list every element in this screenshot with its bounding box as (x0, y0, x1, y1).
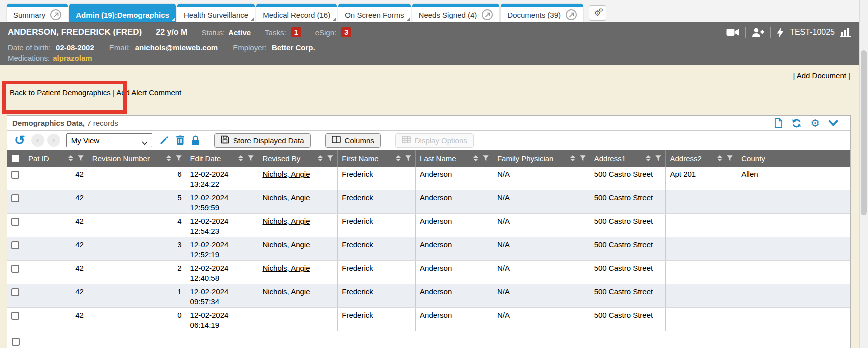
column-header-revised-by[interactable]: Revised By (258, 150, 338, 167)
lightning-icon[interactable] (777, 27, 784, 38)
cell-last-name: Anderson (416, 308, 493, 331)
medications-label: Medications: (8, 54, 50, 62)
column-header-first-name[interactable]: First Name (338, 150, 416, 167)
app-window: SummaryAdmin (19):DemographicsHealth Sur… (0, 0, 868, 348)
column-header-pat-id[interactable]: Pat ID (24, 150, 88, 167)
columns-button[interactable]: Columns (326, 133, 381, 148)
edit-view-pencil-icon[interactable] (160, 135, 170, 145)
cell-last-name: Anderson (416, 284, 493, 307)
scrollbar-thumb[interactable] (861, 50, 867, 215)
filter-icon[interactable] (248, 155, 254, 161)
column-header-revision[interactable]: Revision Number (88, 150, 186, 167)
gears-icon-small: ⚙ (599, 8, 604, 13)
column-header-county[interactable]: County (737, 150, 850, 167)
revised-by-link[interactable]: Nichols, Angie (262, 240, 310, 249)
video-call-icon[interactable] (726, 28, 740, 36)
tab-admin-demographics[interactable]: Admin (19):Demographics (70, 4, 176, 22)
row-checkbox[interactable] (12, 288, 20, 296)
revised-by-link[interactable]: Nichols, Angie (262, 193, 310, 202)
filter-icon[interactable] (727, 155, 733, 161)
esign-badge[interactable]: 3 (342, 27, 352, 37)
cell-select (8, 167, 24, 190)
tasks-label: Tasks: (265, 28, 286, 37)
sort-icon[interactable] (166, 155, 172, 161)
refresh-icon[interactable] (792, 118, 802, 128)
lock-view-icon[interactable] (192, 135, 200, 145)
revised-by-link[interactable]: Nichols, Angie (262, 264, 310, 272)
row-checkbox[interactable] (12, 241, 20, 249)
columns-icon (332, 136, 341, 145)
store-displayed-data-button[interactable]: Store Displayed Data (214, 133, 311, 148)
column-header-last-name[interactable]: Last Name (416, 150, 493, 167)
gear-icon[interactable]: ⚙ (810, 118, 820, 128)
tab-on-screen-forms[interactable]: On Screen Forms (338, 4, 410, 22)
filter-icon[interactable] (483, 155, 489, 161)
filter-icon[interactable] (580, 155, 586, 161)
delete-view-trash-icon[interactable] (176, 135, 185, 145)
cell-address2 (666, 308, 737, 331)
tab-summary[interactable]: Summary (7, 4, 68, 22)
vertical-scrollbar[interactable] (860, 0, 868, 348)
display-options-button: Display Options (396, 133, 474, 148)
row-checkbox[interactable] (12, 194, 20, 202)
sort-icon[interactable] (474, 155, 478, 161)
cell-edit-date: 12-02-202412:54:23 (186, 214, 258, 237)
external-link-icon[interactable] (566, 9, 577, 20)
table-header: Pat IDRevision NumberEdit DateRevised By… (8, 150, 850, 167)
cell-family-physician: N/A (493, 190, 590, 213)
next-page-button[interactable]: › (48, 134, 60, 147)
external-link-icon[interactable] (482, 9, 493, 20)
sort-icon[interactable] (318, 155, 323, 161)
external-link-icon[interactable] (50, 9, 62, 20)
add-document-line: | Add Document | (793, 71, 850, 80)
new-document-icon[interactable] (774, 118, 783, 128)
row-checkbox[interactable] (12, 171, 20, 179)
row-checkbox[interactable] (12, 218, 20, 226)
add-person-icon[interactable] (752, 28, 764, 37)
revised-by-link[interactable]: Nichols, Angie (262, 287, 310, 296)
filter-icon[interactable] (78, 155, 84, 161)
filter-icon[interactable] (176, 155, 182, 161)
add-document-link[interactable]: Add Document (797, 71, 846, 80)
column-header-family-physician[interactable]: Family Physician (493, 150, 590, 167)
sort-icon[interactable] (396, 155, 401, 161)
sort-icon[interactable] (646, 155, 651, 161)
sort-icon[interactable] (570, 155, 576, 161)
row-checkbox[interactable] (12, 265, 20, 273)
store-displayed-data-label: Store Displayed Data (234, 136, 304, 145)
cell-family-physician: N/A (493, 214, 590, 237)
prev-page-button[interactable]: ‹ (32, 134, 44, 147)
chart-icon[interactable] (840, 27, 852, 37)
sort-icon[interactable] (718, 155, 722, 161)
annotation-box (2, 81, 127, 114)
collapse-chevron-icon[interactable] (828, 120, 838, 127)
tasks-badge[interactable]: 1 (292, 27, 302, 37)
tab-health-surveillance[interactable]: Health Surveillance (178, 4, 255, 22)
column-header-edit-date[interactable]: Edit Date (186, 150, 258, 167)
row-checkbox[interactable] (12, 338, 20, 346)
column-header-address2[interactable]: Address2 (666, 150, 737, 167)
table-row: 42112-02-202409:57:34Nichols, AngieFrede… (8, 284, 850, 308)
filter-icon[interactable] (328, 155, 334, 161)
filter-icon[interactable] (406, 155, 412, 161)
column-header-address1[interactable]: Address1 (590, 150, 666, 167)
revised-by-link[interactable]: Nichols, Angie (262, 170, 310, 178)
sort-icon[interactable] (238, 155, 244, 161)
medications-value[interactable]: alprazolam (53, 54, 92, 62)
table-row: 42612-02-202413:24:22Nichols, AngieFrede… (8, 167, 850, 190)
tab-label: Admin (19):Demographics (76, 11, 170, 19)
column-label: Revised By (262, 154, 300, 163)
tab-medical-record[interactable]: Medical Record (16) (256, 4, 337, 22)
sort-icon[interactable] (68, 155, 74, 161)
row-checkbox[interactable] (12, 312, 20, 320)
tab-documents[interactable]: Documents (39) (501, 4, 584, 22)
revised-by-link[interactable]: Nichols, Angie (262, 217, 310, 225)
tab-needs-signed[interactable]: Needs Signed (4) (412, 4, 500, 22)
filter-icon[interactable] (656, 155, 662, 161)
dob-label: Date of birth: (8, 43, 51, 52)
view-select[interactable]: My View (66, 133, 152, 147)
undo-icon[interactable]: ↺ (14, 134, 26, 147)
cell-select (8, 261, 24, 284)
select-all-checkbox[interactable] (12, 155, 20, 162)
chart-settings-button[interactable]: ⚙ ⚙ (589, 5, 606, 21)
